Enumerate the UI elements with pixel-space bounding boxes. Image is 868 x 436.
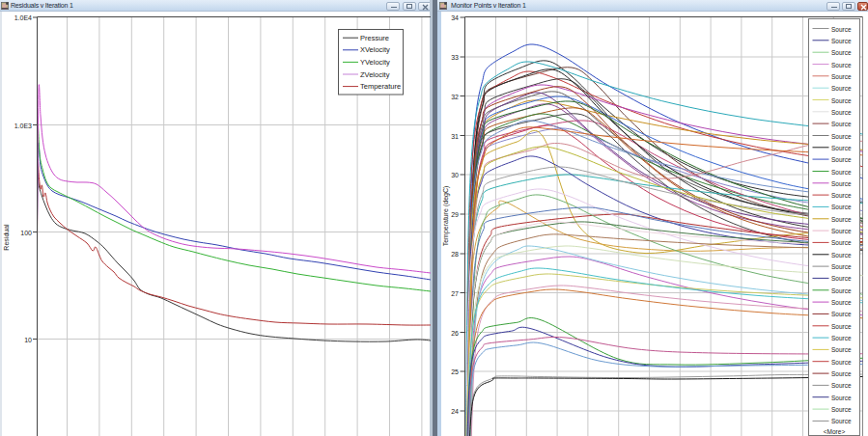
svg-text:Temperature (degC): Temperature (degC) bbox=[442, 186, 450, 247]
svg-text:Source: Source bbox=[831, 370, 852, 377]
svg-text:Source: Source bbox=[831, 49, 852, 56]
svg-text:33: 33 bbox=[451, 54, 459, 61]
svg-text:Source: Source bbox=[831, 38, 852, 44]
svg-text:Source: Source bbox=[831, 180, 852, 187]
svg-text:Source: Source bbox=[831, 121, 852, 127]
svg-text:Source: Source bbox=[831, 169, 852, 176]
svg-text:32: 32 bbox=[451, 94, 459, 100]
svg-text:10: 10 bbox=[24, 337, 32, 343]
svg-text:Source: Source bbox=[831, 133, 852, 140]
svg-text:27: 27 bbox=[451, 290, 459, 297]
svg-text:Source: Source bbox=[831, 97, 852, 104]
svg-text:XVelocity: XVelocity bbox=[360, 45, 390, 54]
svg-text:Source: Source bbox=[831, 323, 852, 330]
svg-text:Source: Source bbox=[831, 156, 852, 163]
svg-text:Source: Source bbox=[831, 263, 852, 270]
svg-text:29: 29 bbox=[451, 211, 459, 218]
svg-text:Source: Source bbox=[831, 145, 852, 151]
svg-text:Source: Source bbox=[831, 228, 852, 234]
svg-text:Temperature: Temperature bbox=[360, 82, 401, 91]
svg-text:28: 28 bbox=[451, 251, 459, 258]
svg-text:Source: Source bbox=[831, 406, 852, 413]
svg-text:Source: Source bbox=[831, 382, 852, 389]
svg-text:<More>: <More> bbox=[824, 428, 846, 435]
svg-text:Source: Source bbox=[831, 62, 852, 68]
svg-text:Source: Source bbox=[831, 275, 852, 282]
svg-text:Source: Source bbox=[831, 26, 852, 33]
svg-text:Source: Source bbox=[831, 252, 852, 259]
svg-text:Source: Source bbox=[831, 311, 852, 317]
svg-text:Source: Source bbox=[831, 395, 852, 401]
svg-text:Source: Source bbox=[831, 418, 852, 424]
svg-text:YVelocity: YVelocity bbox=[360, 58, 390, 67]
svg-text:30: 30 bbox=[451, 172, 459, 178]
svg-text:26: 26 bbox=[451, 330, 459, 337]
svg-text:Residual: Residual bbox=[3, 224, 10, 251]
svg-text:Source: Source bbox=[831, 73, 852, 80]
svg-text:Source: Source bbox=[831, 109, 852, 116]
svg-text:34: 34 bbox=[451, 14, 459, 21]
svg-text:Source: Source bbox=[831, 346, 852, 353]
svg-text:Source: Source bbox=[831, 335, 852, 341]
svg-text:ZVelocity: ZVelocity bbox=[360, 70, 390, 79]
svg-text:Source: Source bbox=[831, 299, 852, 306]
svg-text:1.0E3: 1.0E3 bbox=[14, 123, 32, 129]
svg-text:31: 31 bbox=[451, 133, 459, 140]
svg-text:Source: Source bbox=[831, 359, 852, 366]
svg-text:Source: Source bbox=[831, 85, 852, 92]
svg-text:25: 25 bbox=[451, 368, 459, 375]
svg-text:Source: Source bbox=[831, 192, 852, 199]
svg-text:1.0E4: 1.0E4 bbox=[14, 14, 32, 21]
svg-text:Source: Source bbox=[831, 239, 852, 246]
svg-text:Pressure: Pressure bbox=[360, 34, 389, 42]
svg-text:100: 100 bbox=[20, 230, 32, 236]
svg-text:Source: Source bbox=[831, 204, 852, 210]
svg-text:Source: Source bbox=[831, 287, 852, 294]
svg-text:24: 24 bbox=[451, 408, 459, 415]
svg-text:Source: Source bbox=[831, 216, 852, 223]
